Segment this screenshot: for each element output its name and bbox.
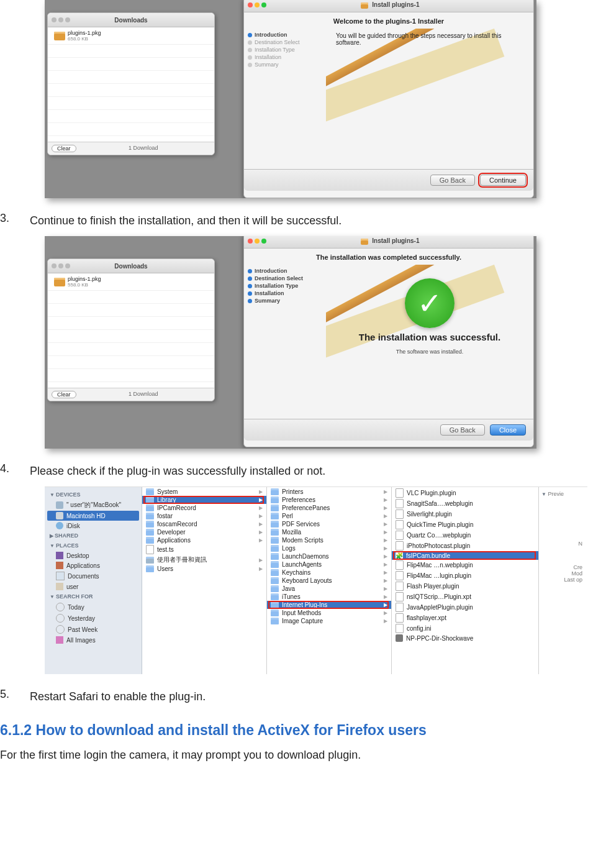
folder-system[interactable]: System▶	[142, 488, 266, 496]
folder-library[interactable]: Library▶	[142, 496, 266, 504]
folder-users[interactable]: Users▶	[142, 565, 266, 573]
folder-mozilla[interactable]: Mozilla▶	[267, 528, 391, 536]
clear-button[interactable]: Clear	[52, 145, 76, 152]
step-installation: Installation	[255, 290, 284, 296]
sidebar-header-shared: SHARED	[55, 532, 78, 539]
installer-main: ✓ The installation was successful. The s…	[326, 265, 533, 419]
sidebar-device-macbook[interactable]: " user"的"MacBook"	[45, 500, 142, 511]
step-number: 5.	[0, 688, 17, 706]
plugin-vlc[interactable]: VLC Plugin.plugin	[392, 488, 538, 498]
figure-installer-success: Downloads plugins-1.pkg 558.0 KB Clear 1…	[45, 236, 536, 449]
step-number: 4.	[0, 462, 17, 480]
installer-header: The installation was completed successfu…	[244, 249, 533, 265]
go-back-button[interactable]: Go Back	[430, 175, 475, 186]
downloads-window: Downloads plugins-1.pkg 658.0 KB Clear 1…	[47, 12, 215, 155]
folder-developer[interactable]: Developer▶	[142, 528, 266, 536]
success-check-icon: ✓	[405, 278, 455, 328]
plugin-flip4mac-1[interactable]: Flip4Mac …n.webplugin	[392, 560, 538, 570]
finder-column-3: VLC Plugin.plugin SnagitSafa….webplugin …	[392, 487, 539, 674]
plugin-nsiqt[interactable]: nsIQTScrip…Plugin.xpt	[392, 592, 538, 602]
installer-title: Install plugins-1	[372, 1, 419, 8]
downloads-title: Downloads	[48, 263, 214, 270]
step-summary: Summary	[255, 62, 279, 68]
installer-window: Install plugins-1 The installation was c…	[243, 236, 534, 447]
preview-name-label: N	[541, 541, 582, 547]
downloads-titlebar: Downloads	[48, 13, 214, 27]
sidebar-header-places: PLACES	[56, 542, 79, 549]
install-success-sub: The software was installed.	[336, 349, 523, 355]
preview-lastopened-label: Last op	[541, 577, 582, 583]
folder-logs[interactable]: Logs▶	[267, 544, 391, 552]
step-3: 3. Continue to finish the installation, …	[0, 212, 606, 230]
sidebar-search-today[interactable]: Today	[45, 601, 142, 613]
plugin-iphoto[interactable]: iPhotoPhotocast.plugin	[392, 541, 538, 551]
plugin-fsipcam-bundle[interactable]: 🧩fsIPCam.bundle	[392, 551, 538, 560]
sidebar-place-applications[interactable]: Applications	[45, 560, 142, 570]
folder-java[interactable]: Java▶	[267, 585, 391, 593]
sidebar-search-past-week[interactable]: Past Week	[45, 624, 142, 635]
plugin-flashplayer-xpt[interactable]: flashplayer.xpt	[392, 613, 538, 623]
preview-title: Previe	[548, 491, 564, 497]
folder-image-capture[interactable]: Image Capture▶	[267, 617, 391, 625]
folder-printers[interactable]: Printers▶	[267, 488, 391, 496]
step-number: 3.	[0, 212, 17, 230]
sidebar-search-yesterday[interactable]: Yesterday	[45, 613, 142, 624]
sidebar-place-user[interactable]: user	[45, 582, 142, 592]
folder-keyboard-layouts[interactable]: Keyboard Layouts▶	[267, 577, 391, 585]
file-config-ini[interactable]: config.ini	[392, 623, 538, 634]
downloads-title: Downloads	[48, 17, 214, 24]
continue-button[interactable]: Continue	[480, 175, 526, 186]
step-text: Restart Safari to enable the plug-in.	[30, 690, 206, 703]
folder-preferencepanes[interactable]: PreferencePanes▶	[267, 504, 391, 512]
folder-user-manual[interactable]: 使用者手冊和資訊▶	[142, 555, 266, 565]
plugin-flip4mac-2[interactable]: Flip4Mac …lugin.plugin	[392, 570, 538, 581]
go-back-button[interactable]: Go Back	[440, 424, 485, 436]
plugin-java-applet[interactable]: JavaAppletPlugin.plugin	[392, 602, 538, 613]
downloads-window: Downloads plugins-1.pkg 558.0 KB Clear 1…	[47, 258, 215, 401]
download-filename: plugins-1.pkg	[68, 276, 101, 282]
package-icon	[361, 2, 368, 9]
folder-itunes[interactable]: iTunes▶	[267, 593, 391, 601]
plugin-snagit[interactable]: SnagitSafa….webplugin	[392, 498, 538, 509]
preview-created-label: Cre	[541, 564, 582, 570]
download-item[interactable]: plugins-1.pkg 558.0 KB	[48, 273, 214, 291]
plugin-silverlight[interactable]: Silverlight.plugin	[392, 509, 538, 519]
step-installation: Installation	[255, 54, 281, 60]
installer-sidebar: Introduction Destination Select Installa…	[244, 29, 326, 169]
sidebar-place-documents[interactable]: Documents	[45, 570, 142, 582]
plugin-flash-player[interactable]: Flash Player.plugin	[392, 581, 538, 592]
sidebar-device-macintosh-hd[interactable]: Macintosh HD	[47, 511, 139, 521]
sidebar-device-idisk[interactable]: iDisk	[45, 521, 142, 531]
file-test-ts[interactable]: test.ts	[142, 544, 266, 555]
folder-pdf-services[interactable]: PDF Services▶	[267, 520, 391, 528]
sidebar-search-all-images[interactable]: All Images	[45, 635, 142, 645]
sidebar-place-desktop[interactable]: Desktop	[45, 550, 142, 560]
package-icon	[54, 278, 65, 286]
step-5: 5. Restart Safari to enable the plug-in.	[0, 688, 606, 706]
download-item[interactable]: plugins-1.pkg 658.0 KB	[48, 27, 214, 45]
finder-column-1: System▶ Library▶ IPCamRecord▶ fostar▶ fo…	[142, 487, 267, 674]
clear-button[interactable]: Clear	[52, 391, 76, 398]
installer-titlebar: Install plugins-1	[244, 0, 533, 12]
folder-preferences[interactable]: Preferences▶	[267, 496, 391, 504]
folder-keychains[interactable]: Keychains▶	[267, 569, 391, 577]
download-filesize: 558.0 KB	[68, 282, 101, 288]
package-icon	[361, 239, 368, 245]
plugin-quicktime[interactable]: QuickTime Plugin.plugin	[392, 519, 538, 530]
close-button[interactable]: Close	[490, 424, 526, 436]
folder-ipcamrecord[interactable]: IPCamRecord▶	[142, 504, 266, 512]
install-success-heading: The installation was successful.	[336, 332, 523, 342]
step-destination: Destination Select	[255, 275, 303, 281]
folder-launchdaemons[interactable]: LaunchDaemons▶	[267, 552, 391, 560]
folder-launchagents[interactable]: LaunchAgents▶	[267, 560, 391, 569]
folder-fostar[interactable]: fostar▶	[142, 512, 266, 520]
folder-input-methods[interactable]: Input Methods▶	[267, 609, 391, 617]
folder-applications[interactable]: Applications▶	[142, 536, 266, 544]
folder-perl[interactable]: Perl▶	[267, 512, 391, 520]
figure-installer-welcome: Downloads plugins-1.pkg 658.0 KB Clear 1…	[45, 0, 536, 198]
plugin-shockwave[interactable]: NP-PPC-Dir-Shockwave	[392, 634, 538, 642]
folder-modem-scripts[interactable]: Modem Scripts▶	[267, 536, 391, 544]
folder-internet-plugins[interactable]: Internet Plug-Ins▶	[267, 601, 391, 609]
plugin-quartz[interactable]: Quartz Co….webplugin	[392, 530, 538, 541]
folder-foscamrecord[interactable]: foscamRecord▶	[142, 520, 266, 528]
